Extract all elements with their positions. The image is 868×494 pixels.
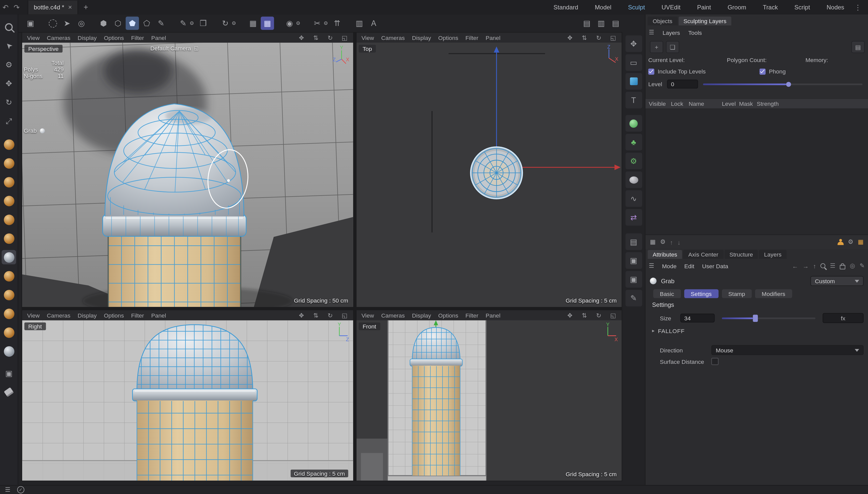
select-arrow-icon[interactable]: ➤ [2,39,16,53]
sphere-generator-icon[interactable] [625,115,642,131]
menu-layers[interactable]: Layers [663,29,680,36]
axis-gizmo[interactable]: Z X [601,45,619,66]
lock-icon[interactable] [840,265,845,269]
size-value-field[interactable]: 34 [681,314,715,322]
menu-display[interactable]: Display [78,312,97,319]
layout-track[interactable]: Track [763,4,778,11]
sculpt-unsubdivide-icon[interactable]: ⬡ [111,17,124,30]
zoom-icon[interactable] [2,20,16,34]
filter-icon[interactable]: ☰ [830,262,835,269]
settings-gear-icon[interactable]: ⚙ [660,239,666,246]
uv-grid-icon[interactable]: ▦ [858,239,864,246]
menu-user-data[interactable]: User Data [702,262,728,269]
maximize-view-icon[interactable]: ◱ [341,34,348,41]
menu-display[interactable]: Display [412,312,431,319]
render-settings-icon[interactable]: ▤ [625,233,642,250]
menu-filter[interactable]: Filter [131,34,144,41]
subtab-settings[interactable]: Settings [684,289,718,298]
menu-display[interactable]: Display [78,34,97,41]
menu-options[interactable]: Options [438,34,458,41]
maximize-view-icon[interactable]: ◱ [341,312,348,319]
brush-wax-icon[interactable] [2,175,16,189]
mask-icon[interactable]: ◉ [283,17,296,30]
camera-view-icon[interactable]: ▣ [625,252,642,269]
layout-paint[interactable]: Paint [697,4,711,11]
menu-edit[interactable]: Edit [684,262,694,269]
symmetry-object-icon[interactable]: ⇄ [625,209,642,226]
erase-tool-icon[interactable] [2,385,16,399]
layout-overflow-icon[interactable]: ⋮ [854,3,862,12]
layout-groom[interactable]: Groom [727,4,746,11]
menu-view[interactable]: View [362,312,374,319]
dolly-icon[interactable]: ⇅ [581,312,588,319]
selection-move-icon[interactable]: ➤ [60,17,74,30]
rotate-symmetry-gear-icon[interactable]: ⚙ [230,17,237,30]
tab-sculpting-layers[interactable]: Sculpting Layers [679,17,731,25]
grid-view-icon[interactable]: ▦ [650,239,656,246]
bake-object-icon[interactable]: ▥ [594,17,608,30]
polygon-pen-icon[interactable]: ✎ [177,17,190,30]
split-icon[interactable]: ✂ [310,17,324,30]
menu-filter[interactable]: Filter [466,34,478,41]
spline-object-icon[interactable]: ∿ [625,190,642,207]
stamp-tool-icon[interactable]: ▥ [353,17,366,30]
undo-icon[interactable]: ↶ [0,3,11,12]
bake-layer-icon[interactable]: ▤ [580,17,593,30]
direction-dropdown[interactable]: Mouse [711,345,864,355]
menu-view[interactable]: View [27,34,40,41]
menu-cameras[interactable]: Cameras [47,312,71,319]
rotate-tool-icon[interactable]: ↻ [2,95,16,110]
sculpt-increase-icon[interactable]: ⬟ [126,17,139,30]
dolly-icon[interactable]: ⇅ [312,34,319,41]
edit-pencil-icon[interactable]: ✎ [860,262,865,269]
menu-panel[interactable]: Panel [151,34,166,41]
cube-object-icon[interactable] [625,73,642,90]
pan-icon[interactable]: ✥ [566,312,573,319]
subtab-stamp[interactable]: Stamp [722,289,752,298]
menu-filter[interactable]: Filter [466,312,478,319]
orbit-icon[interactable]: ↻ [326,312,333,319]
brush-flatten-icon[interactable] [2,212,16,227]
array-generator-icon[interactable]: ♣ [625,134,642,150]
brush-amplify-icon[interactable] [2,269,16,283]
split-gear-icon[interactable]: ⚙ [322,17,329,30]
pan-icon[interactable]: ✥ [298,34,305,41]
new-tab-button[interactable]: + [84,3,88,12]
document-tab[interactable]: bottle.c4d * × [28,0,78,14]
redo-icon[interactable]: ↷ [11,3,22,12]
menu-options[interactable]: Options [104,312,124,319]
nav-up-icon[interactable]: ↑ [670,239,673,245]
tweak-tool-icon[interactable]: ⚙ [2,57,16,72]
brush-grab-icon[interactable] [2,250,16,264]
search-icon[interactable] [821,263,826,268]
level-slider[interactable] [703,83,863,85]
gear-icon[interactable]: ⚙ [848,239,853,246]
front-canvas[interactable]: Front Y X Grid Spacing : 5 cm [357,320,622,481]
menu-icon[interactable]: ☰ [649,29,654,36]
rotate-symmetry-icon[interactable]: ↻ [219,17,232,30]
layer-list-area[interactable] [646,108,868,234]
tab-attributes[interactable]: Attributes [648,250,682,259]
brush-pull-icon[interactable] [2,137,16,152]
axis-gizmo[interactable]: Y X [601,322,619,343]
maximize-view-icon[interactable]: ◱ [610,34,617,41]
top-canvas[interactable]: Top Z X Grid Spacing : 5 cm [357,43,622,307]
menu-cameras[interactable]: Cameras [381,312,405,319]
pan-icon[interactable]: ✥ [566,34,573,41]
menu-tools[interactable]: Tools [688,29,702,36]
menu-cameras[interactable]: Cameras [381,34,405,41]
panel-options-button[interactable]: ▤ [851,41,865,53]
menu-options[interactable]: Options [104,34,124,41]
mask-gear-icon[interactable]: ⚙ [294,17,302,30]
layout-nodes[interactable]: Nodes [827,4,844,11]
add-folder-button[interactable]: ❏ [666,41,679,53]
wireframe-grid-icon[interactable]: ▦ [246,17,259,30]
axis-gizmo[interactable]: Y Z [332,322,350,343]
generator-gear-icon[interactable]: ⚙ [625,153,642,169]
subtab-basic[interactable]: Basic [653,289,681,298]
menu-filter[interactable]: Filter [131,312,144,319]
menu-panel[interactable]: Panel [486,312,500,319]
perspective-canvas[interactable]: Perspective Default Camera ◱ Total Polys… [22,43,353,307]
history-back-icon[interactable]: ← [792,262,798,269]
brush-select-icon[interactable] [2,344,16,359]
